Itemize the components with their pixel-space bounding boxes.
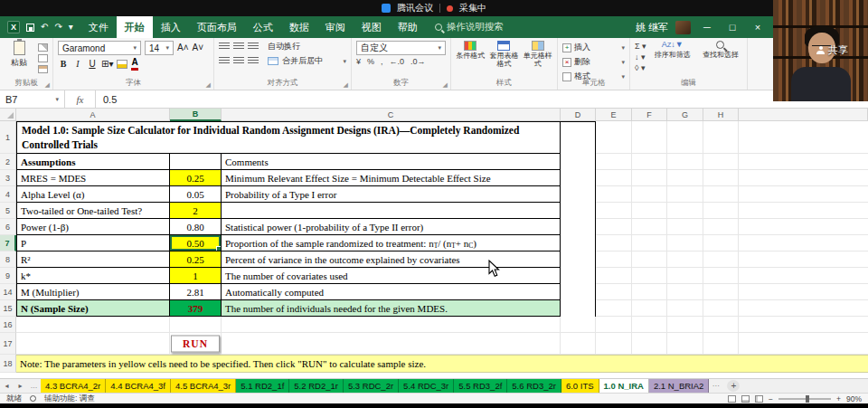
cell[interactable] (703, 219, 739, 235)
cell[interactable] (632, 154, 667, 170)
cell-a9[interactable]: k* (16, 268, 170, 284)
cell[interactable] (222, 317, 561, 333)
new-sheet-button[interactable]: + (727, 380, 740, 392)
share-button[interactable]: 共享 (816, 43, 848, 57)
cell-d4[interactable] (561, 186, 596, 203)
cell-c15[interactable]: The number of individuals needed for the… (222, 300, 561, 317)
cell[interactable] (703, 317, 739, 333)
row-header-5[interactable]: 5 (0, 203, 16, 219)
cell[interactable] (703, 121, 739, 154)
row-header-1[interactable]: 1 (0, 121, 16, 154)
comma-style-icon[interactable]: , (381, 58, 383, 66)
cell-d7[interactable] (561, 235, 596, 251)
cell-a1-title[interactable]: Model 1.0: Sample Size Calculator for In… (16, 121, 561, 154)
merge-center-button[interactable]: 合并后居中 (282, 55, 323, 67)
cell[interactable] (596, 170, 632, 186)
cell-a2[interactable]: Assumptions (16, 154, 170, 170)
underline-button[interactable]: U (87, 60, 98, 69)
cell[interactable] (667, 203, 703, 219)
cell-b2[interactable] (170, 154, 222, 170)
sheet-tab[interactable]: 5.2 RD2_1r (289, 379, 344, 393)
dialog-launcher-font[interactable]: ◢ (206, 81, 211, 88)
sheet-tab[interactable]: 5.1 RD2_1f (236, 379, 289, 393)
sheet-tab-active[interactable]: 1.0 N_IRA (599, 379, 649, 393)
cell-b8[interactable]: 0.25 (170, 251, 222, 268)
sheet-tab[interactable]: 4.4 BCRA4_3f (106, 379, 171, 393)
tab-home[interactable]: 开始 (117, 16, 153, 38)
row-header-3[interactable]: 3 (0, 170, 16, 186)
cell[interactable] (596, 317, 632, 333)
cell[interactable] (632, 300, 667, 317)
number-format-combobox[interactable]: 自定义 ▾ (356, 41, 446, 55)
italic-button[interactable]: I (72, 60, 83, 69)
column-header-h[interactable]: H (703, 109, 739, 121)
cell[interactable] (703, 268, 739, 284)
font-size-combobox[interactable]: 14 ▾ (145, 41, 174, 55)
sheet-tab[interactable]: 4.5 BCRA4_3r (171, 379, 236, 393)
cell[interactable] (703, 300, 739, 317)
cell[interactable] (632, 121, 667, 154)
column-header-b[interactable]: B (170, 109, 222, 121)
maximize-button[interactable]: □ (723, 16, 741, 38)
paste-button[interactable]: 粘贴 (5, 41, 33, 78)
cell-d15[interactable] (561, 300, 596, 317)
select-all-corner[interactable] (0, 109, 16, 121)
cell[interactable] (703, 170, 739, 186)
fill-icon[interactable]: ↓ ▾ (635, 53, 646, 62)
column-header-a[interactable]: A (16, 109, 170, 121)
autosum-button[interactable]: Σ ▾ (635, 43, 646, 51)
cell[interactable] (667, 219, 703, 235)
cell-a8[interactable]: R² (16, 251, 170, 268)
cell[interactable] (596, 121, 632, 154)
cell[interactable] (16, 317, 170, 333)
cell-c5[interactable] (222, 203, 561, 219)
cell[interactable] (561, 333, 596, 355)
cell[interactable] (596, 284, 632, 300)
cell[interactable] (596, 154, 632, 170)
dialog-launcher-clipboard[interactable]: ◢ (45, 81, 50, 88)
column-header-c[interactable]: C (222, 109, 561, 121)
row-header-16[interactable]: 16 (0, 317, 16, 333)
cell-a5[interactable]: Two-tailed or One-tailed Test? (16, 203, 170, 219)
sheet-tab[interactable]: 5.6 RD3_2r (507, 379, 561, 393)
column-header-f[interactable]: F (632, 109, 667, 121)
cell-d3[interactable] (561, 170, 596, 186)
cell-d6[interactable] (561, 219, 596, 235)
zoom-slider[interactable] (778, 398, 831, 400)
cell-a6[interactable]: Power (1-β) (16, 219, 170, 235)
format-painter-icon[interactable] (38, 65, 48, 73)
cell[interactable] (596, 268, 632, 284)
cell-b5[interactable]: 2 (170, 203, 222, 219)
cell[interactable] (703, 284, 739, 300)
cell[interactable] (596, 186, 632, 203)
cell-d14[interactable] (561, 284, 596, 300)
cell[interactable] (632, 219, 667, 235)
formula-input[interactable]: 0.5 (96, 94, 117, 105)
cell[interactable] (170, 317, 222, 333)
cell-b6[interactable]: 0.80 (170, 219, 222, 235)
avatar[interactable] (675, 21, 691, 34)
row-header-17[interactable]: 17 (0, 333, 16, 355)
cell[interactable] (596, 333, 632, 355)
cell[interactable] (703, 235, 739, 251)
align-right-icon[interactable] (248, 57, 259, 65)
cell[interactable] (632, 186, 667, 203)
sheet-tab[interactable]: 6.0 ITS (561, 379, 599, 393)
cell[interactable] (596, 219, 632, 235)
cell-a15[interactable]: N (Sample Size) (16, 300, 170, 317)
cell-a4[interactable]: Alpha Level (α) (16, 186, 170, 203)
cell-b4[interactable]: 0.05 (170, 186, 222, 203)
note-banner[interactable]: Note: The parameters in yellow cells nee… (16, 355, 868, 373)
format-as-table-button[interactable]: 套用表格格式 (489, 41, 518, 78)
zoom-slider-thumb[interactable] (806, 395, 809, 403)
increase-decimal-icon[interactable]: ←.0 (390, 58, 405, 66)
cut-icon[interactable] (38, 43, 48, 52)
sheet-nav-more-icon[interactable]: … (27, 379, 41, 393)
insert-function-button[interactable]: fx (65, 90, 96, 108)
zoom-out-button[interactable]: − (769, 394, 773, 403)
align-middle-icon[interactable] (233, 43, 244, 51)
insert-cells-button[interactable]: + 插入 ▾ (562, 42, 625, 53)
cell[interactable] (632, 333, 667, 355)
column-header-g[interactable]: G (667, 109, 703, 121)
column-header-e[interactable]: E (596, 109, 632, 121)
